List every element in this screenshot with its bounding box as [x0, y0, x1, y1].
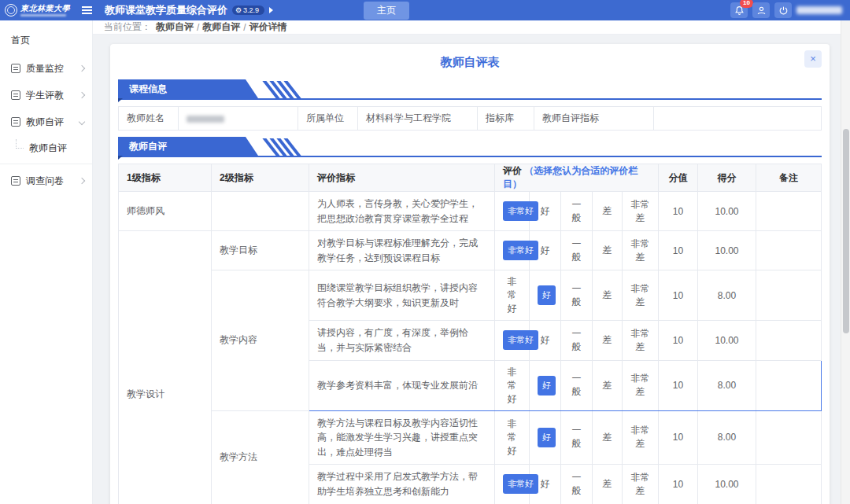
rating-cell[interactable]: 差	[593, 270, 623, 321]
rating-option[interactable]: 好	[541, 334, 550, 345]
evaluation-row: 教学设计教学目标对教学目标与课程标准理解充分，完成教学任务，达到预设课程目标非常…	[119, 231, 822, 270]
close-button[interactable]: ×	[804, 50, 822, 68]
note-cell	[756, 192, 822, 231]
notifications-button[interactable]: 10	[730, 2, 748, 18]
rating-cell[interactable]: 非常差	[623, 360, 659, 410]
rating-option[interactable]: 差	[603, 205, 612, 216]
rating-cell[interactable]: 一般	[561, 270, 593, 321]
rating-cell[interactable]: 差	[593, 465, 623, 504]
breadcrumb-item[interactable]: 教师自评	[202, 20, 240, 34]
note-cell	[756, 321, 822, 360]
rating-option[interactable]: 非常好	[508, 418, 517, 456]
rating-cell[interactable]: 非常好	[495, 192, 530, 231]
sidebar-item-质量监控[interactable]: 质量监控	[0, 55, 92, 82]
sidebar-item-调查问卷[interactable]: 调查问卷	[0, 167, 92, 194]
rating-option[interactable]: 一般	[572, 425, 582, 449]
rating-option[interactable]: 非常差	[631, 199, 650, 223]
rating-option-selected[interactable]: 非常好	[503, 241, 538, 260]
rating-option[interactable]: 一般	[572, 373, 582, 397]
rating-option[interactable]: 好	[541, 205, 550, 216]
rating-cell[interactable]: 差	[593, 192, 623, 231]
sidebar-item-学生评教[interactable]: 学生评教	[0, 82, 92, 109]
scrollbar-thumb[interactable]	[843, 129, 849, 333]
rating-option[interactable]: 非常差	[631, 238, 650, 263]
rating-cell[interactable]: 一般	[561, 360, 593, 410]
profile-button[interactable]	[752, 2, 770, 18]
rating-cell[interactable]: 差	[593, 410, 623, 465]
rating-option-selected[interactable]: 非常好	[503, 201, 538, 221]
rating-cell[interactable]: 差	[593, 360, 623, 410]
menu-toggle-icon[interactable]	[82, 6, 92, 14]
tab-home[interactable]: 主页	[364, 2, 409, 20]
rating-option[interactable]: 差	[603, 289, 612, 300]
rating-option[interactable]: 一般	[572, 238, 582, 263]
note-cell	[756, 270, 822, 321]
rating-option[interactable]: 差	[603, 334, 612, 345]
rating-option[interactable]: 差	[603, 478, 612, 489]
note-cell	[756, 360, 822, 410]
rating-cell[interactable]: 非常差	[623, 231, 659, 270]
rating-option[interactable]: 一般	[572, 283, 582, 307]
sidebar-item-教师自评[interactable]: 教师自评	[0, 109, 92, 135]
rating-cell[interactable]: 差	[593, 321, 623, 360]
chevron-right-icon	[79, 178, 85, 184]
rating-option[interactable]: 非常好	[508, 276, 517, 314]
rating-cell[interactable]: 非常差	[623, 410, 659, 465]
scrollbar-track[interactable]	[841, 20, 850, 504]
score-cell: 10	[659, 192, 698, 231]
rating-option[interactable]: 一般	[572, 328, 582, 352]
field-label: 教师姓名	[119, 107, 179, 131]
version-number: 3.2.9	[243, 6, 259, 14]
rating-option[interactable]: 非常差	[631, 425, 650, 449]
rating-cell[interactable]: 一般	[561, 192, 593, 231]
rating-cell[interactable]: 非常好	[495, 321, 530, 360]
rating-cell[interactable]: 非常差	[623, 321, 659, 360]
rating-cell[interactable]: 差	[593, 231, 623, 270]
rating-cell[interactable]: 非常差	[623, 270, 659, 321]
rating-option[interactable]: 非常差	[631, 283, 650, 307]
rating-cell[interactable]: 好	[530, 360, 561, 410]
header-score: 分值	[659, 164, 698, 192]
rating-cell[interactable]: 非常好	[495, 410, 530, 465]
rating-option[interactable]: 差	[603, 245, 612, 256]
breadcrumb-item[interactable]: 评价详情	[249, 20, 287, 34]
rating-option[interactable]: 差	[603, 432, 612, 443]
rating-cell[interactable]: 一般	[561, 231, 593, 270]
expand-arrow-icon[interactable]	[269, 7, 273, 13]
rating-option[interactable]: 一般	[572, 472, 582, 496]
rating-cell[interactable]: 一般	[561, 321, 593, 360]
gear-icon: ⚙	[235, 7, 242, 14]
rating-option[interactable]: 非常差	[631, 328, 650, 352]
rating-cell[interactable]: 好	[530, 270, 561, 321]
close-icon: ×	[810, 53, 816, 64]
rating-option[interactable]: 好	[541, 245, 550, 256]
rating-cell[interactable]: 一般	[561, 465, 593, 504]
field-label: 所属单位	[298, 107, 358, 131]
teacher-self-eval-icon	[11, 117, 20, 127]
rating-option-selected[interactable]: 好	[538, 428, 556, 447]
rating-cell[interactable]: 非常好	[495, 231, 530, 270]
rating-option[interactable]: 非常差	[631, 472, 650, 496]
rating-option-selected[interactable]: 好	[538, 376, 556, 395]
sidebar-item-首页[interactable]: 首页	[0, 28, 92, 52]
rating-option[interactable]: 好	[541, 478, 550, 489]
section-header-course: 课程信息	[118, 79, 822, 100]
rating-option[interactable]: 差	[603, 380, 612, 391]
logout-button[interactable]	[774, 2, 792, 18]
rating-cell[interactable]: 非常好	[495, 270, 530, 321]
rating-cell[interactable]: 一般	[561, 410, 593, 465]
breadcrumb-item[interactable]: 教师自评	[156, 20, 194, 34]
rating-option[interactable]: 非常好	[508, 366, 517, 404]
rating-cell[interactable]: 非常差	[623, 465, 659, 504]
rating-cell[interactable]: 非常好	[495, 465, 530, 504]
rating-cell[interactable]: 非常差	[623, 192, 659, 231]
rating-cell[interactable]: 好	[530, 410, 561, 465]
rating-option[interactable]: 非常差	[631, 373, 650, 397]
rating-cell[interactable]: 非常好	[495, 360, 530, 410]
rating-option-selected[interactable]: 非常好	[503, 330, 538, 350]
rating-option[interactable]: 一般	[572, 199, 582, 223]
sidebar-subitem-教师自评[interactable]: 教师自评	[0, 135, 92, 160]
sidebar-item-label: 教师自评	[29, 142, 67, 155]
rating-option-selected[interactable]: 好	[538, 285, 556, 305]
rating-option-selected[interactable]: 非常好	[503, 474, 538, 494]
